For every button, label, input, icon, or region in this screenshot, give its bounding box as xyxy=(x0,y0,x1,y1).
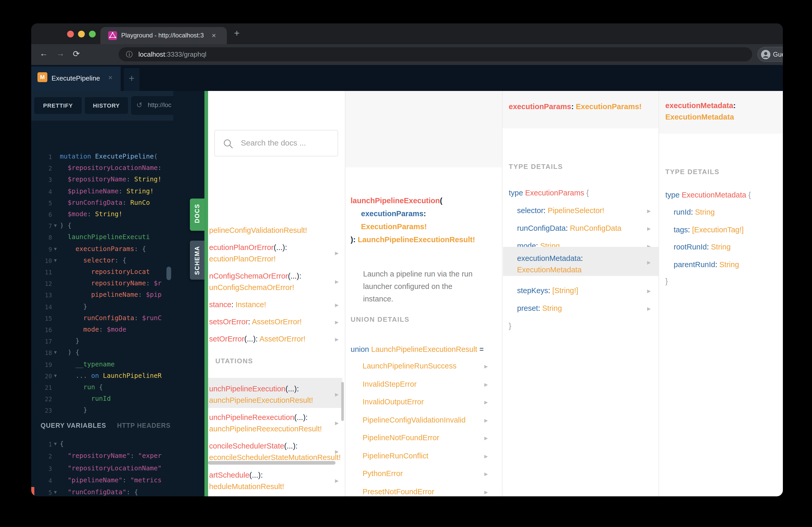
endpoint-reload-icon[interactable]: ↺ xyxy=(136,101,142,109)
code-line[interactable]: 18▼ ) { xyxy=(31,347,173,359)
code-line[interactable]: 20▼ ... on LaunchPipelineR xyxy=(31,371,173,382)
type-field[interactable]: runId: String xyxy=(673,208,715,216)
traffic-zoom-button[interactable] xyxy=(89,31,96,37)
reload-icon[interactable]: ⟳ xyxy=(73,49,80,59)
code-line[interactable]: 8 launchPipelineExecuti xyxy=(31,232,173,243)
expand-arrow-icon[interactable]: ▶ xyxy=(647,208,651,214)
code-line[interactable]: 15 runConfigData: $runC xyxy=(31,313,173,324)
expand-arrow-icon[interactable]: ▶ xyxy=(484,453,488,459)
docs-field-item[interactable]: unchPipelineReexecution(...): xyxy=(209,413,308,421)
docs-field-item[interactable]: concileSchedulerState(...): xyxy=(209,442,298,450)
docs-search-input[interactable]: Search the docs ... xyxy=(214,130,338,156)
union-member[interactable]: PipelineConfigValidationInvalid xyxy=(363,416,466,424)
type-field[interactable]: preset: String xyxy=(517,304,562,312)
docs-field-item[interactable]: unchPipelineExecution(...): xyxy=(209,385,299,393)
expand-arrow-icon[interactable]: ▶ xyxy=(647,260,651,265)
expand-arrow-icon[interactable]: ▶ xyxy=(647,306,651,311)
docs-field-item[interactable]: setOrError(...): AssetOrError! xyxy=(209,335,306,343)
expand-arrow-icon[interactable]: ▶ xyxy=(335,302,339,308)
docs-field-item[interactable]: aunchPipelineReexecutionResult! xyxy=(209,425,322,433)
expand-arrow-icon[interactable]: ▶ xyxy=(335,478,339,483)
query-tab[interactable]: M ExecutePipeline × xyxy=(31,66,121,91)
docs-field-item[interactable]: nConfigSchemaOrError(...): xyxy=(209,272,302,280)
code-line[interactable]: 1▼{ xyxy=(31,439,173,450)
add-query-tab-button[interactable]: + xyxy=(124,68,140,91)
code-line[interactable]: 17 } xyxy=(31,336,173,347)
fold-caret-icon[interactable]: ▼ xyxy=(53,350,58,355)
code-line[interactable]: 7▼) { xyxy=(31,220,173,232)
site-info-icon[interactable]: ⓘ xyxy=(126,50,133,59)
expand-arrow-icon[interactable]: ▶ xyxy=(335,337,339,342)
code-line[interactable]: 3 $repositoryName: String! xyxy=(31,175,173,186)
code-line[interactable]: 9▼ executionParams: { xyxy=(31,243,173,255)
union-member[interactable]: PresetNotFoundError xyxy=(363,487,434,496)
expand-arrow-icon[interactable]: ▶ xyxy=(484,364,488,369)
type-field[interactable]: selector: PipelineSelector! xyxy=(517,206,604,215)
history-button[interactable]: HISTORY xyxy=(85,97,128,114)
query-tab-close-icon[interactable]: × xyxy=(108,73,112,81)
expand-arrow-icon[interactable]: ▶ xyxy=(335,251,339,256)
code-line[interactable]: 2 "repositoryName": "exper xyxy=(31,451,173,462)
type-field[interactable]: parentRunId: String xyxy=(673,260,739,269)
code-line[interactable]: 10▼ selector: { xyxy=(31,255,173,267)
code-line[interactable]: 19 __typename xyxy=(31,359,173,370)
union-member[interactable]: PythonError xyxy=(363,469,403,478)
type-field[interactable]: executionMetadata: xyxy=(517,254,583,262)
fold-caret-icon[interactable]: ▼ xyxy=(53,373,58,378)
expand-arrow-icon[interactable]: ▶ xyxy=(484,382,488,387)
endpoint-input[interactable]: ↺ http://loc xyxy=(131,96,173,115)
code-line[interactable]: 16 mode: $mode xyxy=(31,324,173,336)
union-member[interactable]: PipelineRunConflict xyxy=(363,451,429,460)
expand-arrow-icon[interactable]: ▶ xyxy=(484,471,488,477)
editor-pane[interactable]: PRETTIFY HISTORY ↺ http://loc 1mutation … xyxy=(31,91,173,496)
code-line[interactable]: 5▼ "runConfigData": { xyxy=(31,487,173,496)
docs-field-item[interactable]: heduleMutationResult! xyxy=(209,482,284,491)
docs-field-item[interactable]: aunchPipelineExecutionResult! xyxy=(209,396,313,404)
back-icon[interactable]: ← xyxy=(40,49,48,58)
forward-icon[interactable]: → xyxy=(56,49,64,58)
code-line[interactable]: 5 $runConfigData: RunCo xyxy=(31,197,173,209)
type-field[interactable]: ExecutionMetadata xyxy=(517,266,582,274)
tab-docs[interactable]: DOCS xyxy=(190,198,204,231)
code-line[interactable]: 14 } xyxy=(31,301,173,313)
docs-field-item[interactable]: pelineConfigValidationResult! xyxy=(209,226,307,235)
fold-caret-icon[interactable]: ▼ xyxy=(53,223,58,228)
tab-schema[interactable]: SCHEMA xyxy=(190,241,204,280)
code-line[interactable]: 3 "repositoryLocationName" xyxy=(31,463,173,474)
new-tab-button[interactable]: + xyxy=(234,29,240,38)
traffic-close-button[interactable] xyxy=(67,31,74,37)
docs-field-item[interactable]: econcileSchedulerStateMutationResult! xyxy=(209,453,341,462)
union-member[interactable]: InvalidOutputError xyxy=(363,397,424,406)
expand-arrow-icon[interactable]: ▶ xyxy=(335,320,339,325)
code-line[interactable]: 12 repositoryName: $r xyxy=(31,278,173,289)
code-line[interactable]: 4 $pipelineName: String! xyxy=(31,186,173,197)
column-hscrollbar[interactable] xyxy=(208,461,335,465)
code-line[interactable]: 21 run { xyxy=(31,382,173,393)
type-field[interactable]: stepKeys: [String!] xyxy=(517,286,578,295)
docs-field-item[interactable]: ecutionPlanOrError(...): xyxy=(209,243,287,252)
code-line[interactable]: 4 "pipelineName": "metrics xyxy=(31,475,173,486)
expand-arrow-icon[interactable]: ▶ xyxy=(647,288,651,293)
code-line[interactable]: 11 repositoryLocat xyxy=(31,267,173,278)
expand-arrow-icon[interactable]: ▶ xyxy=(335,279,339,284)
docs-field-item[interactable]: artSchedule(...): xyxy=(209,471,263,479)
browser-tab[interactable]: Playground - http://localhost:3 × xyxy=(100,27,227,44)
tab-http-headers[interactable]: HTTP HEADERS xyxy=(117,422,171,429)
fold-caret-icon[interactable]: ▼ xyxy=(53,490,58,495)
docs-field-item[interactable]: ecutionPlanOrError! xyxy=(209,255,276,263)
expand-arrow-icon[interactable]: ▶ xyxy=(484,436,488,441)
tab-close-icon[interactable]: × xyxy=(212,31,216,40)
fold-caret-icon[interactable]: ▼ xyxy=(53,258,58,263)
code-line[interactable]: 13 pipelineName: $pip xyxy=(31,290,173,301)
expand-arrow-icon[interactable]: ▶ xyxy=(335,420,339,426)
url-bar[interactable]: ⓘ localhost:3333/graphql xyxy=(119,47,752,61)
tab-query-variables[interactable]: QUERY VARIABLES xyxy=(41,422,106,429)
expand-arrow-icon[interactable]: ▶ xyxy=(335,449,339,454)
docs-field-item[interactable]: unConfigSchemaOrError! xyxy=(209,283,294,291)
prettify-button[interactable]: PRETTIFY xyxy=(34,97,82,114)
union-member[interactable]: LaunchPipelineRunSuccess xyxy=(363,362,456,370)
docs-field-item[interactable]: stance: Instance! xyxy=(209,300,266,309)
union-member[interactable]: PipelineNotFoundError xyxy=(363,434,439,442)
traffic-minimize-button[interactable] xyxy=(78,31,85,37)
union-member[interactable]: InvalidStepError xyxy=(363,380,417,388)
